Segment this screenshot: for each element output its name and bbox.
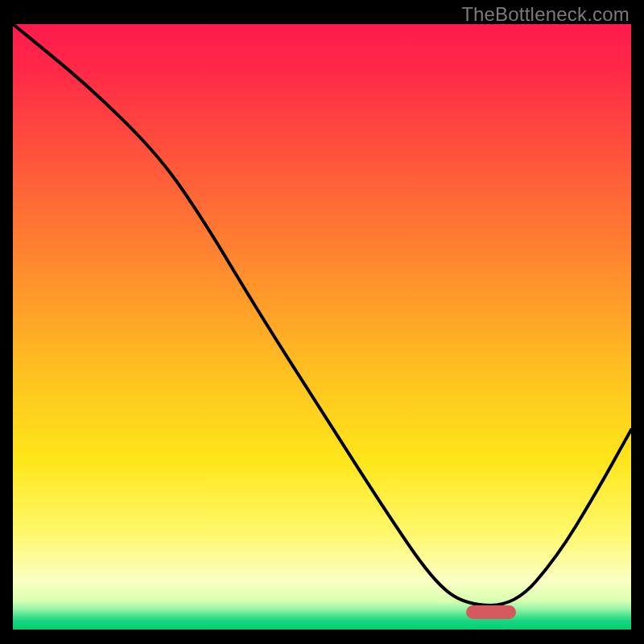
chart-frame <box>13 24 631 630</box>
optimal-point-marker <box>466 605 516 619</box>
watermark-text: TheBottleneck.com <box>461 3 630 26</box>
plot-area <box>13 24 631 630</box>
bottleneck-curve <box>13 24 631 630</box>
